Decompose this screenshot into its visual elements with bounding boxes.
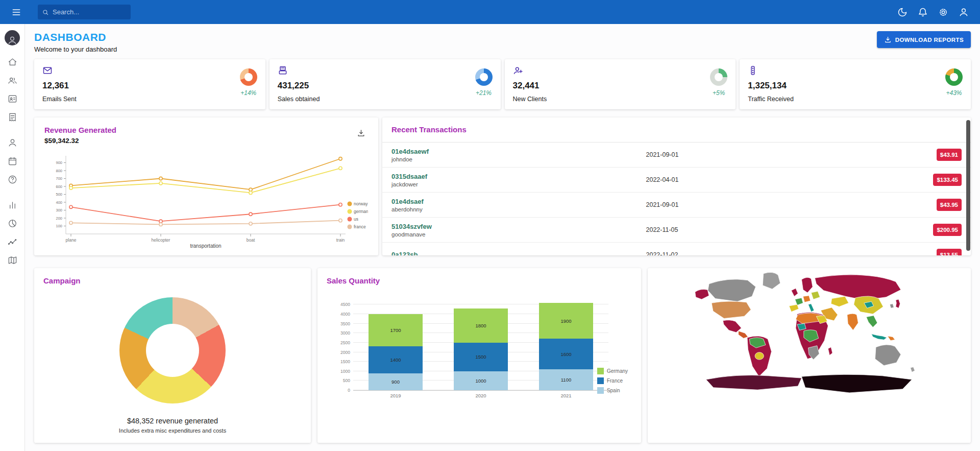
transaction-user: goodmanave <box>391 231 646 238</box>
sidebar-item-line-chart[interactable] <box>2 232 22 251</box>
transaction-id: 51034szvfew <box>391 223 646 230</box>
transaction-user: johndoe <box>391 156 646 162</box>
svg-text:transportation: transportation <box>190 243 221 249</box>
sidebar-item-invoices[interactable] <box>2 108 22 126</box>
download-chart-button[interactable] <box>354 126 368 140</box>
sales-quantity-panel: Sales Quantity 0500100015002000250030003… <box>317 268 641 443</box>
transaction-date: 2022-11-02 <box>646 251 901 255</box>
stat-value: 12,361 <box>42 81 77 91</box>
moon-icon <box>897 7 908 17</box>
stat-cards-row: 12,361 Emails Sent +14% 431,225 Sales ob… <box>34 59 971 109</box>
main-content: DASHBOARD Welcome to your dashboard DOWN… <box>25 24 980 451</box>
svg-text:train: train <box>336 238 345 243</box>
notifications-button[interactable] <box>915 4 931 20</box>
stat-delta: +21% <box>476 89 492 97</box>
sales-legend: GermanyFranceSpain <box>597 368 628 394</box>
svg-text:us: us <box>354 217 358 222</box>
profile-button[interactable] <box>955 4 972 20</box>
transaction-row: 01e4dsaewf johndoe 2021-09-01 $43.91 <box>382 143 971 168</box>
avatar-person-icon <box>7 35 17 45</box>
campaign-subcaption: Includes extra misc expenditures and cos… <box>43 428 302 434</box>
sidebar-item-dashboard[interactable] <box>2 53 22 71</box>
revenue-panel: Revenue Generated $59,342.32 10020030040… <box>34 117 378 255</box>
sidebar-item-pie-chart[interactable] <box>2 214 22 232</box>
svg-text:100: 100 <box>56 224 62 228</box>
traffic-icon <box>748 65 758 76</box>
transaction-id: 01e4dsaef <box>391 198 646 205</box>
sales-title: Sales Quantity <box>327 276 632 285</box>
transactions-title: Recent Transactions <box>391 125 467 134</box>
campaign-caption: $48,352 revenue generated <box>43 417 302 425</box>
transaction-id: 0a123sb <box>391 251 646 256</box>
sales-bar-plot: 0500100015002000250030003500400045009001… <box>353 301 608 391</box>
svg-text:plane: plane <box>66 238 77 243</box>
world-map <box>648 268 971 443</box>
scrollbar-thumb[interactable] <box>966 120 970 251</box>
transaction-id: 01e4dsaewf <box>391 148 646 155</box>
transaction-amount: $43.91 <box>937 149 962 161</box>
svg-text:400: 400 <box>56 200 62 205</box>
stat-card-traffic: 1,325,134 Traffic Received +43% <box>740 59 971 109</box>
person-icon <box>959 7 969 17</box>
receipt-icon <box>8 112 17 122</box>
svg-text:norway: norway <box>354 201 368 206</box>
avatar[interactable] <box>5 30 20 45</box>
sidebar <box>0 24 25 451</box>
transaction-user: jackdower <box>391 181 646 187</box>
calendar-icon <box>8 156 17 166</box>
stat-label: Emails Sent <box>42 96 77 103</box>
sidebar-item-calendar[interactable] <box>2 152 22 170</box>
sidebar-item-bar-chart[interactable] <box>2 196 22 214</box>
stat-value: 32,441 <box>513 81 547 91</box>
sidebar-item-geography[interactable] <box>2 251 22 269</box>
transaction-id: 0315dsaaef <box>391 173 646 180</box>
svg-text:boat: boat <box>247 238 255 243</box>
map-icon <box>8 255 17 265</box>
person-add-icon <box>513 65 523 76</box>
svg-text:700: 700 <box>56 176 62 181</box>
point-of-sale-icon <box>278 65 288 76</box>
transaction-row: 0a123sb 2022-11-02 $13.55 <box>382 243 971 255</box>
campaign-title: Campaign <box>43 276 302 285</box>
download-reports-label: DOWNLOAD REPORTS <box>895 37 964 43</box>
transaction-date: 2021-09-01 <box>646 201 901 208</box>
stat-label: New Clients <box>513 96 547 103</box>
transaction-date: 2022-04-01 <box>646 176 901 183</box>
topbar <box>0 0 980 24</box>
menu-button[interactable] <box>8 4 24 20</box>
progress-circle <box>710 68 727 86</box>
progress-circle <box>240 68 257 86</box>
sidebar-item-profile-form[interactable] <box>2 133 22 152</box>
svg-text:200: 200 <box>56 216 62 221</box>
search-input[interactable] <box>53 8 127 16</box>
campaign-panel: Campaign $48,352 revenue generated Inclu… <box>34 268 311 443</box>
page-subtitle: Welcome to your dashboard <box>34 45 117 53</box>
sidebar-item-faq[interactable] <box>2 170 22 188</box>
bell-icon <box>918 7 928 17</box>
gear-icon <box>938 7 948 17</box>
search-bar[interactable] <box>38 5 131 19</box>
pie-chart-icon <box>8 219 17 228</box>
transaction-amount: $200.95 <box>933 224 962 236</box>
dark-mode-button[interactable] <box>894 4 911 20</box>
transaction-amount: $13.55 <box>937 249 962 255</box>
campaign-donut <box>119 297 226 403</box>
transaction-row: 51034szvfew goodmanave 2022-11-05 $200.9… <box>382 218 971 243</box>
transaction-amount: $133.45 <box>933 174 962 186</box>
transaction-date: 2022-11-05 <box>646 226 901 233</box>
revenue-amount: $59,342.32 <box>44 137 116 145</box>
stat-label: Traffic Received <box>748 96 794 103</box>
svg-text:helicopter: helicopter <box>152 238 170 243</box>
transaction-amount: $43.95 <box>937 199 962 211</box>
topbar-actions <box>894 4 972 20</box>
transactions-panel: Recent Transactions 01e4dsaewf johndoe 2… <box>382 117 971 255</box>
settings-button[interactable] <box>935 4 951 20</box>
stat-card-emails: 12,361 Emails Sent +14% <box>34 59 265 109</box>
download-reports-button[interactable]: DOWNLOAD REPORTS <box>877 31 971 48</box>
sidebar-item-contacts[interactable] <box>2 89 22 108</box>
page-title: DASHBOARD <box>34 31 117 43</box>
stat-value: 1,325,134 <box>748 81 794 91</box>
svg-text:800: 800 <box>56 169 62 173</box>
stat-card-clients: 32,441 New Clients +5% <box>505 59 736 109</box>
sidebar-item-team[interactable] <box>2 71 22 89</box>
